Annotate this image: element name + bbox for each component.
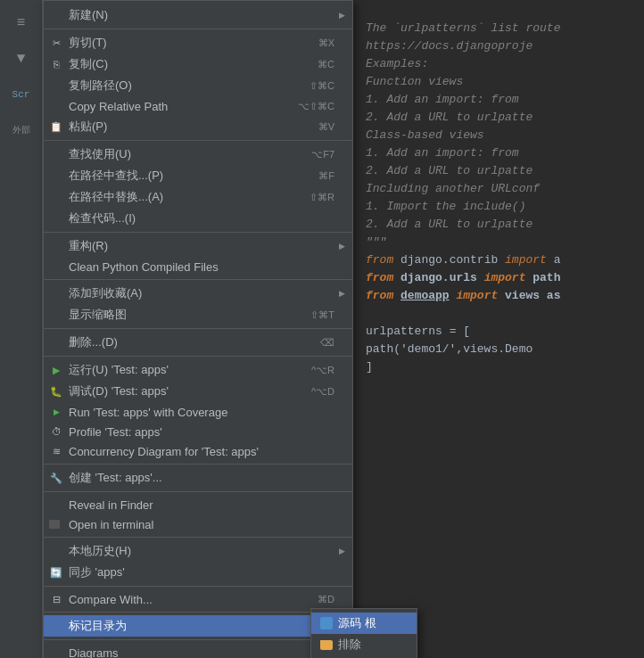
profile-icon: ⏱ xyxy=(49,424,63,439)
menu-item-cut[interactable]: ✂ 剪切(T) ⌘X xyxy=(44,32,352,53)
submenu-label-source-root: 源码 根 xyxy=(338,615,376,631)
run-icon: ▶ xyxy=(49,363,63,377)
copy-icon: ⎘ xyxy=(49,57,63,71)
paste-icon: 📋 xyxy=(49,119,63,134)
menu-sep-3 xyxy=(44,232,352,233)
menu-item-compare[interactable]: ⊟ Compare With... ⌘D xyxy=(44,589,352,609)
sidebar-btn-3[interactable]: Scr xyxy=(7,80,36,109)
menu-item-reveal[interactable]: Reveal in Finder xyxy=(44,495,352,514)
menu-item-copy[interactable]: ⎘ 复制(C) ⌘C xyxy=(44,53,352,75)
create-test-icon: 🔧 xyxy=(49,471,63,485)
menu-sep-7 xyxy=(44,464,352,465)
submenu-mark-dir: 源码 根 排除 xyxy=(310,608,417,658)
menu-item-run[interactable]: ▶ 运行(U) 'Test: apps' ^⌥R xyxy=(44,359,352,381)
exclude-folder-icon xyxy=(320,640,333,650)
menu-item-show-thumb[interactable]: 显示缩略图 ⇧⌘T xyxy=(44,304,352,325)
menu-sep-9 xyxy=(44,537,352,538)
menu-item-paste[interactable]: 📋 粘贴(P) ⌘V xyxy=(44,116,352,137)
menu-sep-1 xyxy=(44,29,352,29)
menu-sep-12 xyxy=(44,639,352,640)
menu-item-delete[interactable]: 删除...(D) ⌫ xyxy=(44,332,352,353)
sidebar: ≡ ▼ Scr 外部 xyxy=(0,0,43,658)
menu-sep-8 xyxy=(44,491,352,492)
code-content: The `urlpatterns` list route https://doc… xyxy=(366,2,644,394)
menu-item-profile[interactable]: ⏱ Profile 'Test: apps' xyxy=(44,422,352,441)
menu-item-copy-relative[interactable]: Copy Relative Path ⌥⇧⌘C xyxy=(44,96,352,116)
menu-item-add-fav[interactable]: 添加到收藏(A) xyxy=(44,283,352,304)
context-menu: 新建(N) ✂ 剪切(T) ⌘X ⎘ 复制(C) ⌘C 复制路径(O) ⇧⌘C … xyxy=(43,0,353,658)
submenu-item-exclude[interactable]: 排除 xyxy=(311,634,417,655)
sidebar-btn-1[interactable]: ≡ xyxy=(7,9,36,37)
menu-item-find-usage[interactable]: 查找使用(U) ⌥F7 xyxy=(44,144,352,165)
menu-item-concurrency[interactable]: ≋ Concurrency Diagram for 'Test: apps' xyxy=(44,441,352,461)
debug-icon: 🐛 xyxy=(49,384,63,399)
sidebar-btn-2[interactable]: ▼ xyxy=(7,45,36,73)
menu-item-clean[interactable]: Clean Python Compiled Files xyxy=(44,257,352,276)
menu-sep-5 xyxy=(44,328,352,329)
menu-sep-6 xyxy=(44,356,352,357)
sync-icon: 🔄 xyxy=(49,565,63,580)
menu-sep-4 xyxy=(44,279,352,280)
source-root-icon xyxy=(320,617,333,629)
menu-sep-10 xyxy=(44,586,352,587)
menu-item-open-terminal[interactable]: Open in terminal xyxy=(44,514,352,534)
menu-item-local-history[interactable]: 本地历史(H) xyxy=(44,540,352,562)
menu-item-copy-path[interactable]: 复制路径(O) ⇧⌘C xyxy=(44,75,352,96)
menu-sep-11 xyxy=(44,612,352,613)
menu-item-run-coverage[interactable]: ▶ Run 'Test: apps' with Coverage xyxy=(44,402,352,422)
menu-item-create-test[interactable]: 🔧 创建 'Test: apps'... xyxy=(44,467,352,489)
menu-item-debug[interactable]: 🐛 调试(D) 'Test: apps' ^⌥D xyxy=(44,381,352,402)
concurrency-icon: ≋ xyxy=(49,444,63,458)
menu-item-inspect[interactable]: 检查代码...(I) xyxy=(44,208,352,229)
submenu-item-source-root[interactable]: 源码 根 xyxy=(311,613,417,634)
cut-icon: ✂ xyxy=(49,36,63,50)
sidebar-btn-4[interactable]: 外部 xyxy=(7,116,36,144)
coverage-icon: ▶ xyxy=(49,405,63,419)
menu-item-diagrams[interactable]: Diagrams xyxy=(44,643,352,658)
terminal-icon xyxy=(49,520,60,529)
menu-item-new[interactable]: 新建(N) xyxy=(44,4,352,26)
menu-item-find-in-path[interactable]: 在路径中查找...(P) ⌘F xyxy=(44,165,352,186)
menu-sep-2 xyxy=(44,140,352,141)
menu-item-mark-dir[interactable]: 标记目录为 xyxy=(44,615,352,637)
menu-item-replace-in-path[interactable]: 在路径中替换...(A) ⇧⌘R xyxy=(44,186,352,208)
menu-item-refactor[interactable]: 重构(R) xyxy=(44,235,352,257)
menu-item-sync[interactable]: 🔄 同步 'apps' xyxy=(44,562,352,583)
compare-icon: ⊟ xyxy=(49,592,63,606)
submenu-label-exclude: 排除 xyxy=(338,637,361,653)
